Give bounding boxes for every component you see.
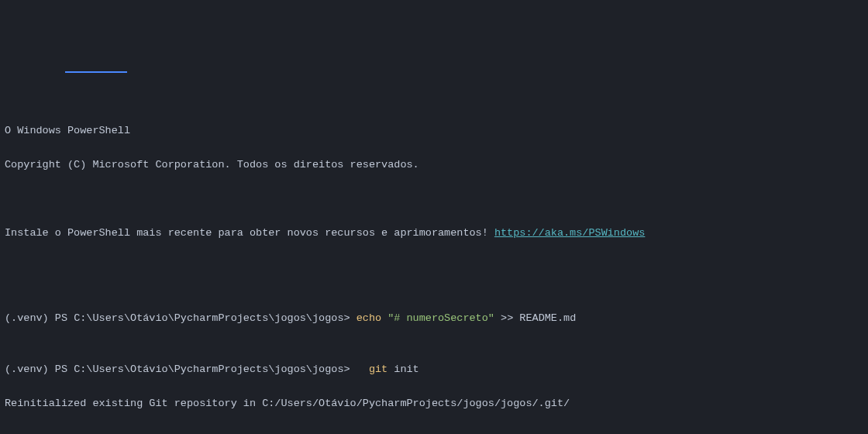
- terminal-panel[interactable]: O Windows PowerShell Copyright (C) Micro…: [5, 71, 863, 434]
- ps-prefix: PS: [55, 312, 74, 324]
- banner-text: Copyright (C) Microsoft Corporation. Tod…: [5, 159, 419, 170]
- active-tab-indicator: [65, 71, 127, 73]
- pswindows-link[interactable]: https://aka.ms/PSWindows: [494, 227, 645, 239]
- cwd-path: C:\Users\Otávio\PycharmProjects\jogos\jo…: [74, 363, 356, 375]
- git-command: git: [356, 363, 388, 375]
- git-args: init: [388, 363, 419, 375]
- prompt-line: (.venv) PS C:\Users\Otávio\PycharmProjec…: [5, 310, 863, 327]
- output-line: Reinitialized existing Git repository in…: [5, 395, 863, 412]
- blank-line: [5, 259, 863, 276]
- echo-redirect: >> README.md: [494, 312, 576, 324]
- venv-prefix: (.venv): [5, 312, 55, 324]
- prompt-line: (.venv) PS C:\Users\Otávio\PycharmProjec…: [5, 361, 863, 378]
- echo-command: echo: [356, 312, 388, 324]
- banner-line: Instale o PowerShell mais recente para o…: [5, 225, 863, 242]
- banner-text: O Windows PowerShell: [5, 125, 130, 136]
- banner-line: O Windows PowerShell: [5, 122, 863, 140]
- echo-string: "# numeroSecreto": [388, 312, 494, 324]
- output-text: Reinitialized existing Git repository in…: [5, 398, 570, 409]
- ps-prefix: PS: [55, 363, 74, 375]
- cwd-path: C:\Users\Otávio\PycharmProjects\jogos\jo…: [74, 312, 356, 324]
- blank-line: [5, 191, 863, 208]
- venv-prefix: (.venv): [5, 363, 55, 375]
- banner-line: Copyright (C) Microsoft Corporation. Tod…: [5, 157, 863, 174]
- banner-text: Instale o PowerShell mais recente para o…: [5, 227, 494, 239]
